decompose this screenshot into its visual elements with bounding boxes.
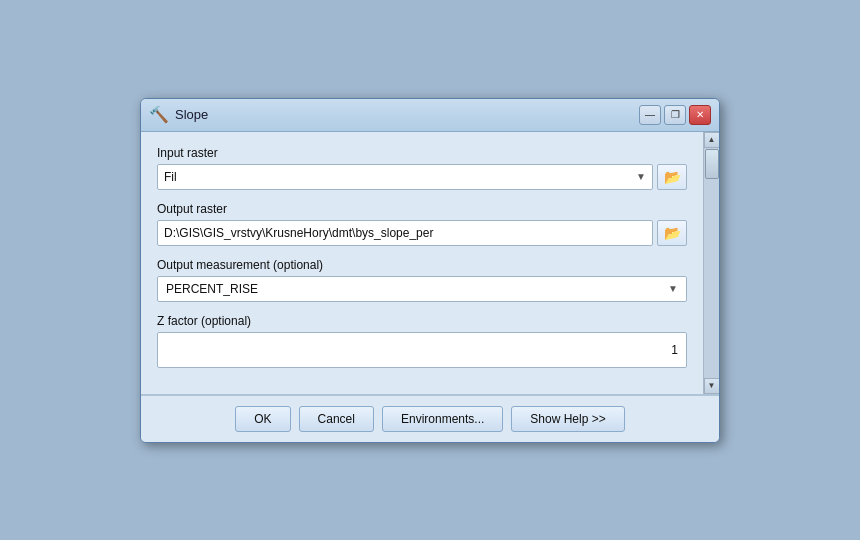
environments-button[interactable]: Environments...: [382, 406, 503, 432]
output-raster-group: Output raster 📂: [157, 202, 687, 246]
scrollbar-track[interactable]: [704, 148, 719, 378]
output-measurement-group: Output measurement (optional) PERCENT_RI…: [157, 258, 687, 302]
slope-dialog: 🔨 Slope — ❐ ✕ Input raster Fil ▼ 📂: [140, 98, 720, 443]
window-controls: — ❐ ✕: [639, 105, 711, 125]
ok-button[interactable]: OK: [235, 406, 290, 432]
input-raster-group: Input raster Fil ▼ 📂: [157, 146, 687, 190]
output-measurement-dropdown[interactable]: PERCENT_RISE ▼: [157, 276, 687, 302]
title-bar: 🔨 Slope — ❐ ✕: [141, 99, 719, 132]
show-help-button[interactable]: Show Help >>: [511, 406, 624, 432]
cancel-button[interactable]: Cancel: [299, 406, 374, 432]
z-factor-label: Z factor (optional): [157, 314, 687, 328]
scroll-up-button[interactable]: ▲: [704, 132, 720, 148]
output-raster-folder-button[interactable]: 📂: [657, 220, 687, 246]
output-raster-row: 📂: [157, 220, 687, 246]
scroll-down-button[interactable]: ▼: [704, 378, 720, 394]
content-area: Input raster Fil ▼ 📂 Output raster 📂: [141, 132, 719, 394]
main-panel: Input raster Fil ▼ 📂 Output raster 📂: [141, 132, 703, 394]
window-title: Slope: [175, 107, 208, 122]
z-factor-group: Z factor (optional): [157, 314, 687, 368]
input-raster-dropdown[interactable]: Fil ▼: [157, 164, 653, 190]
scrollbar-thumb[interactable]: [705, 149, 719, 179]
input-raster-value: Fil: [164, 170, 177, 184]
title-bar-left: 🔨 Slope: [149, 105, 208, 124]
footer: OK Cancel Environments... Show Help >>: [141, 395, 719, 442]
output-measurement-value: PERCENT_RISE: [166, 282, 258, 296]
dropdown-arrow-icon: ▼: [636, 171, 646, 182]
output-raster-input[interactable]: [157, 220, 653, 246]
input-raster-label: Input raster: [157, 146, 687, 160]
output-raster-label: Output raster: [157, 202, 687, 216]
scrollbar: ▲ ▼: [703, 132, 719, 394]
window-icon: 🔨: [149, 105, 169, 124]
restore-button[interactable]: ❐: [664, 105, 686, 125]
z-factor-input[interactable]: [157, 332, 687, 368]
output-measurement-label: Output measurement (optional): [157, 258, 687, 272]
minimize-button[interactable]: —: [639, 105, 661, 125]
input-raster-row: Fil ▼ 📂: [157, 164, 687, 190]
close-button[interactable]: ✕: [689, 105, 711, 125]
input-raster-folder-button[interactable]: 📂: [657, 164, 687, 190]
measurement-dropdown-arrow-icon: ▼: [668, 283, 678, 294]
